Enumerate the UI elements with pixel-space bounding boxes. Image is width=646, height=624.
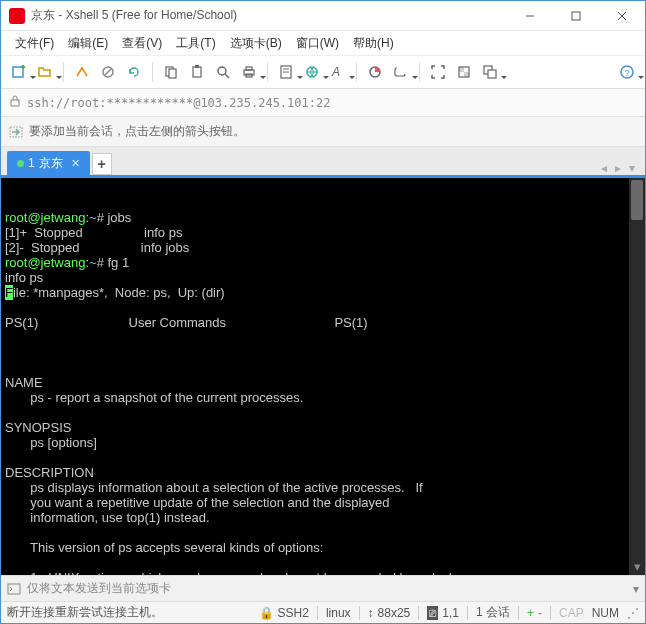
tab-add-button[interactable]: +	[92, 153, 112, 175]
status-dot-icon	[17, 160, 24, 167]
font-button[interactable]: A	[326, 60, 350, 84]
resize-grip-icon[interactable]: ⋰	[627, 606, 639, 620]
toolbar: A ?	[1, 55, 645, 89]
send-bar-dropdown-icon[interactable]: ▾	[633, 582, 639, 596]
arrow-icon[interactable]	[9, 125, 23, 139]
status-os: linux	[326, 606, 351, 620]
terminal-line	[5, 300, 641, 315]
open-button[interactable]	[33, 60, 57, 84]
menu-edit[interactable]: 编辑(E)	[62, 33, 114, 54]
menu-tabs[interactable]: 选项卡(B)	[224, 33, 288, 54]
scrollbar-down-icon[interactable]: ▾	[631, 559, 643, 573]
menu-view[interactable]: 查看(V)	[116, 33, 168, 54]
sessions-remove-icon[interactable]: -	[538, 606, 542, 620]
terminal-line: root@jetwang:~# jobs	[5, 210, 641, 225]
terminal-line	[5, 345, 641, 360]
svg-rect-26	[464, 72, 469, 77]
terminal-line: ps displays information about a selectio…	[5, 480, 641, 495]
svg-rect-4	[13, 67, 23, 77]
tab-index: 1	[28, 156, 35, 170]
toolbar-separator	[63, 62, 64, 82]
svg-rect-10	[169, 69, 176, 78]
hint-text: 要添加当前会话，点击左侧的箭头按钮。	[29, 123, 245, 140]
tab-prev-icon[interactable]: ◂	[597, 161, 611, 175]
toolbar-separator	[419, 62, 420, 82]
menu-file[interactable]: 文件(F)	[9, 33, 60, 54]
address-bar: ssh://root:************@103.235.245.101:…	[1, 89, 645, 117]
tab-label: 京东	[39, 155, 63, 172]
reconnect-button[interactable]	[122, 60, 146, 84]
menu-window[interactable]: 窗口(W)	[290, 33, 345, 54]
tab-close-icon[interactable]: ✕	[71, 157, 80, 170]
terminal-line: PS(1) User Commands PS(1)	[5, 315, 641, 330]
window-title: 京东 - Xshell 5 (Free for Home/School)	[31, 7, 507, 24]
find-button[interactable]	[211, 60, 235, 84]
resize-icon: ↕	[368, 606, 374, 620]
status-num: NUM	[592, 606, 619, 620]
menu-help[interactable]: 帮助(H)	[347, 33, 400, 54]
terminal-line	[5, 405, 641, 420]
svg-rect-1	[572, 12, 580, 20]
disconnect-button[interactable]	[96, 60, 120, 84]
terminal-line: File: *manpages*, Node: ps, Up: (dir)	[5, 285, 641, 300]
terminal-line: [1]+ Stopped info ps	[5, 225, 641, 240]
svg-text:?: ?	[625, 68, 630, 78]
script-button[interactable]	[389, 60, 413, 84]
send-bar: 仅将文本发送到当前选项卡 ▾	[1, 575, 645, 601]
copy-button[interactable]	[159, 60, 183, 84]
terminal-line: you want a repetitive update of the sele…	[5, 495, 641, 510]
help-button[interactable]: ?	[615, 60, 639, 84]
status-message: 断开连接重新尝试连接主机。	[7, 604, 163, 621]
svg-rect-33	[8, 584, 20, 594]
scrollbar-thumb[interactable]	[631, 180, 643, 220]
terminal-line: information, use top(1) instead.	[5, 510, 641, 525]
terminal-line: ps - report a snapshot of the current pr…	[5, 390, 641, 405]
minimize-button[interactable]	[507, 1, 553, 31]
terminal-scrollbar[interactable]: ▾	[629, 178, 645, 575]
terminal-line: ps [options]	[5, 435, 641, 450]
terminal-line: This version of ps accepts several kinds…	[5, 540, 641, 555]
sessions-add-icon[interactable]: +	[527, 606, 534, 620]
status-sessions: 1 会话	[476, 604, 510, 621]
tab-session[interactable]: 1 京东 ✕	[7, 151, 90, 175]
transparency-button[interactable]	[452, 60, 476, 84]
connect-button[interactable]	[70, 60, 94, 84]
new-session-button[interactable]	[7, 60, 31, 84]
lock-icon	[9, 95, 21, 110]
svg-rect-11	[193, 67, 201, 77]
terminal-line: DESCRIPTION	[5, 465, 641, 480]
terminal-line: [2]- Stopped info jobs	[5, 240, 641, 255]
print-button[interactable]	[237, 60, 261, 84]
app-logo-icon	[9, 8, 25, 24]
host-button[interactable]	[300, 60, 324, 84]
close-button[interactable]	[599, 1, 645, 31]
terminal-line: root@jetwang:~# fg 1	[5, 255, 641, 270]
terminal-pane[interactable]: root@jetwang:~# jobs[1]+ Stopped info ps…	[1, 178, 645, 575]
status-cap: CAP	[559, 606, 584, 620]
tab-nav: ◂ ▸ ▾	[597, 161, 645, 175]
terminal-line: 1 UNIX options, which may be grouped and…	[5, 570, 641, 575]
svg-rect-31	[11, 100, 19, 106]
svg-rect-16	[246, 67, 252, 70]
address-text[interactable]: ssh://root:************@103.235.245.101:…	[27, 96, 330, 110]
properties-button[interactable]	[274, 60, 298, 84]
terminal-line: NAME	[5, 375, 641, 390]
terminal-line: SYNOPSIS	[5, 420, 641, 435]
tab-list-icon[interactable]: ▾	[625, 161, 639, 175]
maximize-button[interactable]	[553, 1, 599, 31]
always-on-top-button[interactable]	[478, 60, 502, 84]
menu-tools[interactable]: 工具(T)	[170, 33, 221, 54]
toolbar-separator	[152, 62, 153, 82]
terminal-line	[5, 525, 641, 540]
lock-icon: 🔒	[259, 606, 274, 620]
menu-bar: 文件(F) 编辑(E) 查看(V) 工具(T) 选项卡(B) 窗口(W) 帮助(…	[1, 31, 645, 55]
terminal-line	[5, 450, 641, 465]
svg-line-14	[225, 74, 229, 78]
tab-next-icon[interactable]: ▸	[611, 161, 625, 175]
hint-bar: 要添加当前会话，点击左侧的箭头按钮。	[1, 117, 645, 147]
terminal-line	[5, 330, 641, 345]
paste-button[interactable]	[185, 60, 209, 84]
svg-point-13	[218, 67, 226, 75]
color-button[interactable]	[363, 60, 387, 84]
fullscreen-button[interactable]	[426, 60, 450, 84]
